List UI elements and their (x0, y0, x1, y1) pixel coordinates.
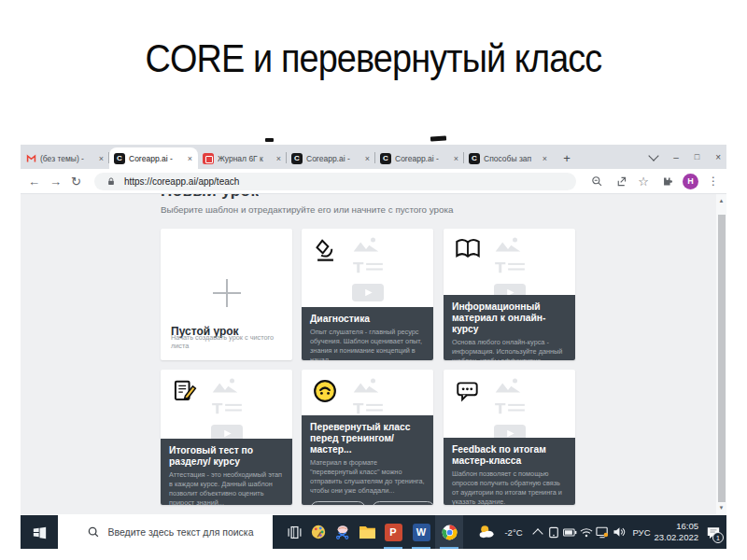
tab-search-chevron-icon[interactable] (648, 150, 658, 161)
card-diagnostics[interactable]: Диагностика Опыт слушателя - главный рес… (302, 229, 433, 360)
clock[interactable]: 16:05 23.02.2022 (655, 515, 700, 549)
page-scrollbar[interactable]: ▲ ▼ (716, 194, 726, 514)
obscured-text-fragment (265, 138, 274, 142)
share-icon[interactable] (613, 174, 628, 189)
card-feedback[interactable]: Feedback по итогам мастер-класса Шаблон … (444, 370, 575, 505)
page-heading-clip: Новый урок (161, 194, 259, 201)
page-subtitle: Выберите шаблон и отредактируйте его или… (161, 204, 453, 215)
tab-title: Coreapp.ai - (129, 154, 183, 163)
select-template-button[interactable]: Выбрать (310, 501, 366, 505)
zoom-out-icon[interactable] (589, 174, 604, 189)
new-tab-button[interactable]: + (557, 147, 577, 168)
coreapp-favicon-icon: C (114, 153, 125, 164)
tab-coreapp-active[interactable]: C Coreapp.ai - × (109, 147, 198, 169)
coreapp-favicon-icon: C (469, 153, 480, 164)
card-info-material[interactable]: Информационный материал к онлайн-курсу О… (444, 229, 575, 360)
search-icon (88, 526, 99, 538)
page-heading: Новый урок (161, 194, 259, 201)
powerpoint-app-icon[interactable]: P (379, 515, 407, 549)
microscope-icon (313, 238, 338, 267)
tab-title: (без темы) - (40, 154, 94, 163)
taskbar-search[interactable]: Введите здесь текст для поиска (58, 515, 273, 549)
tab-coreapp-2[interactable]: C Coreapp.ai - × (287, 147, 375, 169)
minimize-button[interactable]: – (673, 152, 679, 162)
card-empty-lesson[interactable]: Пустой урок Начать создавать урок с чист… (161, 229, 292, 360)
card-description: Опыт слушателя - главный ресурс обучения… (310, 328, 425, 360)
time-text: 16:05 (676, 521, 698, 532)
card-title: Информационный материал к онлайн-курсу (452, 301, 567, 335)
placeholder-text-icon (211, 402, 284, 419)
profile-avatar[interactable]: H (683, 174, 698, 189)
display-notification-icon[interactable] (594, 515, 611, 549)
test-document-icon (172, 379, 197, 408)
tab-close-icon[interactable]: × (542, 154, 548, 163)
card-flipped-class[interactable]: Перевернутый класс перед тренингом/масте… (302, 370, 433, 505)
address-bar[interactable]: https://coreapp.ai/app/teach (94, 173, 576, 190)
placeholder-text-icon (494, 261, 567, 278)
browser-menu-icon[interactable]: ⋮ (708, 175, 719, 188)
browser-toolbar: ← → ↻ https://coreapp.ai/app/teach ☆ H ⋮ (21, 169, 726, 194)
paint-app-icon[interactable] (306, 515, 331, 549)
task-view-button[interactable] (282, 515, 306, 549)
tab-close-icon[interactable]: × (275, 154, 282, 163)
plus-icon (213, 279, 241, 307)
tab-coreapp-3[interactable]: C Coreapp.ai - × (375, 147, 464, 169)
speaker-icon[interactable] (611, 515, 627, 549)
placeholder-video-icon (352, 284, 425, 305)
weather-icon[interactable] (475, 515, 498, 549)
tab-close-icon[interactable]: × (453, 154, 459, 163)
back-icon[interactable]: ← (28, 175, 40, 188)
preview-template-button[interactable]: Посмотреть (372, 501, 433, 505)
tab-sposoby[interactable]: C Способы зап × (464, 147, 553, 169)
temperature-text[interactable]: -2°C (498, 515, 529, 549)
start-button[interactable] (21, 515, 58, 549)
card-description: Основа любого онлайн-курса - информация.… (452, 338, 567, 360)
scroll-up-icon[interactable]: ▲ (716, 198, 726, 203)
scrollbar-thumb[interactable] (718, 215, 726, 502)
tab-close-icon[interactable]: × (364, 154, 371, 163)
placeholder-image-icon (494, 235, 567, 258)
tablet-mode-icon[interactable] (546, 515, 561, 549)
card-description: Аттестация - это необходимый этап в кажд… (169, 470, 284, 505)
forward-icon[interactable]: → (49, 175, 62, 188)
extensions-puzzle-icon[interactable] (658, 174, 673, 189)
tab-title: Coreapp.ai - (306, 154, 360, 163)
close-window-button[interactable]: × (715, 152, 721, 162)
chrome-app-icon[interactable] (435, 515, 463, 549)
card-final-test[interactable]: Итоговый тест по разделу/ курсу Аттестац… (161, 370, 292, 505)
card-description: Материал в формате "перевернутый класс" … (310, 458, 425, 495)
page-content: Новый урок Выберите шаблон и отредактиру… (21, 194, 726, 514)
coreapp-favicon-icon: C (380, 153, 391, 164)
file-explorer-icon[interactable] (355, 515, 379, 549)
battery-icon[interactable] (561, 515, 578, 549)
lock-icon (104, 174, 119, 189)
maximize-button[interactable]: □ (695, 152, 699, 161)
search-placeholder-text: Введите здесь текст для поиска (107, 526, 253, 538)
card-buttons: Выбрать Посмотреть (310, 501, 425, 505)
placeholder-image-icon (352, 235, 425, 258)
tab-journal[interactable]: Журнал 6Г к × (198, 147, 287, 169)
gmail-favicon-icon (25, 153, 36, 164)
card-overlay: Feedback по итогам мастер-класса Шаблон … (444, 438, 575, 505)
open-book-icon (455, 238, 481, 264)
word-app-icon[interactable]: W (407, 515, 435, 549)
tab-close-icon[interactable]: × (98, 154, 105, 163)
tab-close-icon[interactable]: × (187, 154, 193, 163)
wifi-icon[interactable] (578, 515, 594, 549)
browser-tab-strip: (без темы) - × C Coreapp.ai - × Журнал 6… (21, 145, 726, 169)
url-text: https://coreapp.ai/app/teach (124, 176, 239, 187)
tray-expand-chevron-icon[interactable] (529, 515, 546, 549)
date-text: 23.02.2022 (654, 532, 698, 543)
browser-window: (без темы) - × C Coreapp.ai - × Журнал 6… (21, 145, 726, 515)
tab-gmail[interactable]: (без темы) - × (21, 147, 109, 169)
slide-title: CORE и перевернутый класс (45, 35, 702, 81)
card-title: Итоговый тест по разделу/ курсу (169, 445, 284, 468)
language-indicator[interactable]: РУС (627, 515, 655, 549)
reload-icon[interactable]: ↻ (71, 175, 81, 188)
scroll-down-icon[interactable]: ▼ (716, 505, 726, 511)
bookmark-star-icon[interactable]: ☆ (638, 175, 649, 189)
speech-bubble-icon (455, 379, 481, 407)
card-title: Диагностика (310, 314, 425, 325)
action-center-icon[interactable]: 1 (700, 515, 726, 549)
snipping-tool-icon[interactable] (331, 515, 355, 549)
